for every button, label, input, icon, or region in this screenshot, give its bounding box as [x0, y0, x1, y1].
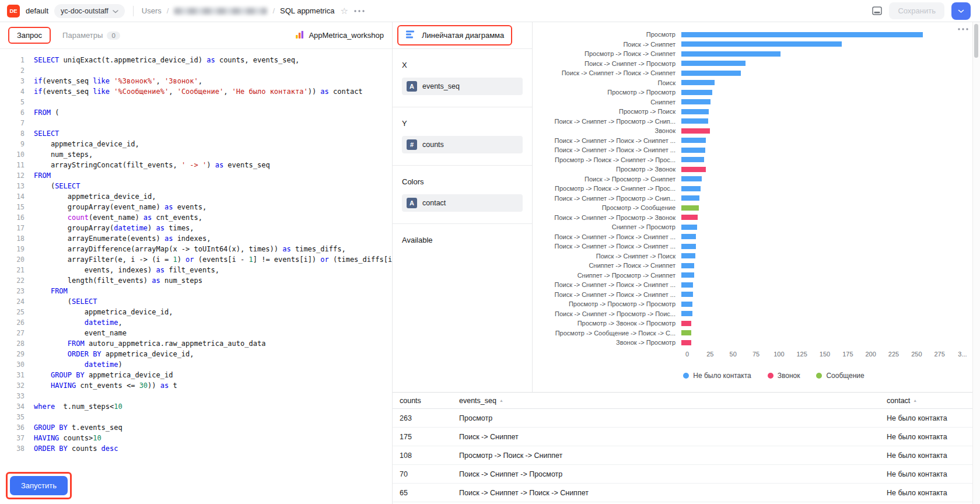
chart-row: Поиск -> Сниппет -> Просмотр -> Поис...: [533, 309, 980, 319]
code-line: 30 datetime): [5, 359, 392, 370]
bar[interactable]: [681, 118, 708, 124]
code-line: 19 arrayDifference(arrayMap(x -> toUInt6…: [5, 244, 392, 254]
bar[interactable]: [681, 263, 694, 268]
bar[interactable]: [681, 272, 694, 278]
connection-icon: [295, 30, 304, 41]
bar[interactable]: [681, 99, 710, 104]
bar[interactable]: [681, 253, 695, 258]
category-label: Просмотр -> Просмотр: [533, 89, 681, 96]
bar[interactable]: [681, 71, 741, 76]
code-line: 5: [5, 97, 392, 107]
chart-row: Поиск -> Сниппет -> Поиск -> Сниппет: [533, 68, 980, 78]
bar[interactable]: [681, 186, 701, 191]
bar[interactable]: [681, 109, 709, 114]
legend-item[interactable]: Не было контакта: [683, 372, 751, 380]
category-label: Звонок: [533, 127, 681, 134]
save-dropdown-button[interactable]: [951, 2, 971, 20]
connection-selector[interactable]: AppMetrica_workshop: [295, 30, 384, 41]
config-section-colors: ColorsAcontact: [393, 166, 532, 224]
category-label: Поиск -> Сниппет -> Поиск -> Сниппет ...: [533, 233, 681, 240]
bar[interactable]: [681, 41, 842, 47]
bar[interactable]: [681, 167, 706, 172]
column-header-contact[interactable]: contact▲: [887, 397, 980, 405]
legend-item[interactable]: Сообщение: [816, 372, 864, 380]
code-text: arrayStringConcat(filt_events, ' -> ') a…: [34, 160, 270, 170]
chart-row: Поиск -> Сниппет -> Поиск -> Сниппет ...: [533, 242, 980, 251]
column-header-events_seq[interactable]: events_seq▲: [459, 397, 887, 405]
bar[interactable]: [681, 244, 696, 249]
service-logo[interactable]: DE: [7, 5, 20, 18]
category-label: Поиск: [533, 79, 681, 86]
bar[interactable]: [681, 282, 693, 288]
more-options-icon[interactable]: [354, 10, 365, 12]
code-line: 9 appmetrica_device_id,: [5, 139, 392, 149]
breadcrumb-users[interactable]: Users: [142, 6, 162, 15]
code-line: 14 appmetrica_device_id,: [5, 191, 392, 202]
code-line: 21 events, indexes) as filt_events,: [5, 265, 392, 275]
table-cell: Не было контакта: [887, 489, 980, 497]
tab-query[interactable]: Запрос: [17, 31, 42, 40]
line-number: 31: [5, 370, 24, 380]
tab-parameters[interactable]: Параметры 0: [62, 31, 120, 40]
chart-row: Просмотр -> Звонок -> Просмотр: [533, 318, 980, 328]
bar-track: [681, 109, 957, 114]
bar[interactable]: [681, 340, 691, 345]
bar[interactable]: [681, 225, 697, 230]
bar[interactable]: [681, 195, 699, 201]
table-cell: 108: [393, 452, 459, 460]
bar[interactable]: [681, 176, 702, 181]
bar[interactable]: [681, 234, 696, 239]
table-cell: Поиск -> Сниппет -> Просмотр: [459, 470, 887, 478]
line-number: 19: [5, 244, 24, 254]
bar-track: [681, 71, 957, 76]
bar[interactable]: [681, 51, 780, 57]
bar[interactable]: [681, 321, 691, 326]
code-line: 12FROM: [5, 170, 392, 181]
bar[interactable]: [681, 205, 699, 211]
bar[interactable]: [681, 90, 712, 95]
bar[interactable]: [681, 80, 715, 85]
app-root: DE default yc-doc-outstaff Users / / SQL…: [0, 0, 980, 504]
bar[interactable]: [681, 215, 698, 220]
bar[interactable]: [681, 148, 705, 153]
legend-dot: [768, 373, 774, 379]
bar[interactable]: [681, 302, 692, 307]
bar[interactable]: [681, 157, 704, 162]
config-section-y: Y#counts: [393, 107, 532, 166]
line-number: 29: [5, 349, 24, 359]
field-chip-counts[interactable]: #counts: [402, 136, 523, 153]
code-text: count(event_name) as cnt_events,: [34, 212, 202, 223]
bar[interactable]: [681, 311, 692, 316]
legend-item[interactable]: Звонок: [768, 372, 800, 380]
favorite-star-icon[interactable]: ☆: [340, 6, 348, 15]
axis-tick-label: 200: [865, 351, 876, 358]
field-chip-events_seq[interactable]: Aevents_seq: [402, 78, 523, 95]
bar[interactable]: [681, 138, 706, 143]
category-label: Сниппет -> Просмотр -> Сниппет: [533, 272, 681, 279]
bar[interactable]: [681, 330, 691, 335]
folder-selector[interactable]: yc-doc-outstaff: [54, 4, 125, 18]
scrollbar-thumb[interactable]: [974, 24, 978, 58]
layout-toggle-icon[interactable]: [872, 6, 882, 15]
column-header-counts[interactable]: counts: [393, 397, 459, 405]
line-number: 15: [5, 202, 24, 212]
bar-chart: ПросмотрПоиск -> СниппетПросмотр -> Поис…: [533, 30, 980, 348]
line-number: 25: [5, 307, 24, 317]
sql-editor[interactable]: 1SELECT uniqExact(t.appmetrica_device_id…: [0, 49, 392, 504]
chart-preview-panel: ПросмотрПоиск -> СниппетПросмотр -> Поис…: [533, 22, 980, 392]
bar[interactable]: [681, 292, 693, 297]
bar[interactable]: [681, 61, 746, 66]
chart-type-selector[interactable]: Линейчатая диаграмма: [398, 26, 511, 44]
save-button[interactable]: Сохранить: [889, 2, 944, 19]
chart-row: Поиск -> Сниппет -> Просмотр -> Снип...: [533, 194, 980, 204]
field-chip-contact[interactable]: Acontact: [402, 194, 523, 212]
line-number: 22: [5, 275, 24, 286]
run-query-button[interactable]: Запустить: [10, 476, 68, 495]
config-section-label: Y: [402, 119, 523, 128]
bar[interactable]: [681, 32, 923, 37]
code-line: 29 ORDER BY appmetrica_device_id,: [5, 349, 392, 359]
redacted-user-email: [174, 8, 267, 15]
code-text: ORDER BY counts desc: [34, 443, 118, 454]
bar[interactable]: [681, 128, 710, 134]
chevron-down-icon: [958, 6, 964, 15]
